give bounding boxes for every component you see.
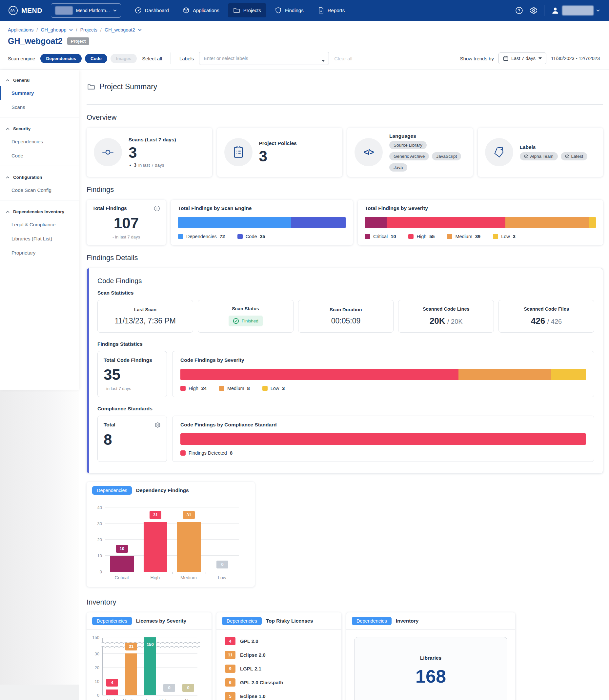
clear-all-button[interactable]: Clear all: [334, 56, 352, 61]
dropdown-caret-icon[interactable]: [321, 57, 325, 63]
trend-up-icon: ▲: [128, 163, 132, 167]
chevron-down-icon: [69, 29, 73, 31]
card-title: Top Risky Licenses: [266, 618, 313, 624]
sidebar-item-code-scan-config[interactable]: Code Scan Config: [0, 183, 79, 197]
legend-dependencies: Dependencies72: [178, 234, 225, 239]
risky-license-row-eclipse-2-0: 11Eclipse 2.0: [225, 651, 333, 659]
chevron-down-icon[interactable]: [69, 29, 73, 31]
gear-icon[interactable]: [155, 422, 161, 428]
nav-item-applications[interactable]: Applications: [177, 3, 225, 17]
license-name: GPL 2.0: [240, 638, 258, 644]
chip-source-library: Source Library: [389, 141, 427, 149]
nav-item-reports[interactable]: Reports: [312, 3, 350, 17]
help-icon[interactable]: [515, 6, 523, 14]
severity-legend: Critical10High55Medium39Low3: [365, 234, 596, 239]
sidebar-item-proprietary[interactable]: Proprietary: [0, 246, 79, 260]
package-icon: [524, 154, 528, 158]
x-axis-label-unknown: Unknown: [159, 698, 178, 700]
bar-value-label: 0: [163, 684, 175, 692]
breadcrumb-link-projects[interactable]: Projects: [80, 27, 97, 33]
card-title: Labels: [520, 144, 588, 150]
total-code-findings-card: Total Code Findings 35 - in last 7 days: [98, 351, 167, 397]
trends-range-select[interactable]: Last 7 days: [499, 52, 546, 64]
bar-value-label: 0: [182, 684, 194, 692]
org-selector[interactable]: Mend Platform...: [51, 3, 121, 18]
legend-low: Low3: [262, 386, 285, 391]
check-circle-icon: [233, 318, 239, 324]
sidebar-item-legal-compliance[interactable]: Legal & Compliance: [0, 218, 79, 232]
x-axis-label-medium: Medium: [121, 698, 140, 700]
engine-stacked-bar: [178, 217, 346, 228]
license-count-badge: 4: [225, 637, 236, 645]
licenses-by-severity-card: Dependencies Licenses by Severity 010203…: [87, 612, 211, 700]
total-code-findings-sub: - in last 7 days: [104, 386, 161, 391]
scanned-files-card: Scanned Code Files 426 / 426: [499, 300, 594, 332]
dashboard-icon: [135, 7, 142, 14]
user-name: [562, 5, 594, 15]
x-axis-label-no-license: No License: [178, 698, 197, 700]
licenses-header: Dependencies Licenses by Severity: [87, 612, 211, 630]
scan-engine-pills: DependenciesCodeImages: [40, 54, 137, 63]
scan-status-card: Scan Status Finished: [198, 300, 294, 332]
sidebar-section-security[interactable]: Security: [0, 120, 79, 135]
legend-swatch: [219, 386, 224, 391]
sidebar-section-dependencies-inventory[interactable]: Dependencies Inventory: [0, 203, 79, 218]
status-badge: Finished: [229, 315, 263, 326]
nav-item-projects[interactable]: Projects: [228, 3, 266, 17]
engine-legend: Dependencies72Code35: [178, 234, 346, 239]
breadcrumb-link-gh-gheapp[interactable]: GH_gheapp: [41, 27, 66, 33]
inventory-header: Dependencies Inventory: [346, 612, 515, 630]
code-findings-title: Code Findings: [98, 277, 594, 285]
sidebar-section-general[interactable]: General: [0, 72, 79, 86]
risky-licenses-list: 4GPL 2.011Eclipse 2.09LGPL 2.16GPL 2.0 C…: [216, 630, 342, 700]
mend-logo[interactable]: MEND: [8, 5, 42, 16]
nav-item-findings[interactable]: Findings: [269, 3, 309, 17]
user-menu[interactable]: [551, 5, 600, 15]
brand-text: MEND: [21, 6, 42, 14]
card-title: Total Findings: [92, 205, 127, 211]
inventory-heading: Inventory: [87, 598, 603, 607]
sidebar-section-configuration[interactable]: Configuration: [0, 169, 79, 183]
sidebar-item-dependencies[interactable]: Dependencies: [0, 135, 79, 149]
chevron-down-icon[interactable]: [138, 29, 142, 31]
license-count-badge: 5: [225, 692, 236, 700]
gear-icon[interactable]: [529, 6, 538, 14]
card-title: Project Policies: [259, 140, 297, 146]
nav-item-dashboard[interactable]: Dashboard: [129, 3, 174, 17]
chip-javascript: JavaScript: [432, 152, 461, 160]
license-name: Eclipse 1.0: [240, 694, 266, 699]
findings-by-engine-card: Total Findings by Scan Engine Dependenci…: [171, 200, 353, 245]
sidebar-item-summary[interactable]: Summary: [0, 86, 79, 100]
scan-engine-pill-dependencies[interactable]: Dependencies: [40, 54, 82, 63]
breadcrumb-link-gh-webgoat2[interactable]: GH_webgoat2: [105, 27, 135, 33]
nav-right: [515, 5, 600, 16]
code-severity-stacked-bar: [180, 369, 586, 380]
legend-code: Code35: [238, 234, 265, 239]
chip-latest: Latest: [561, 152, 588, 160]
scanned-files-value: 426 / 426: [531, 316, 562, 326]
compliance-row: Total 8 Code Findings by Compliance Stan…: [98, 415, 594, 462]
card-title: Languages: [389, 133, 466, 139]
scan-engine-pill-code[interactable]: Code: [85, 54, 107, 63]
breadcrumb-link-applications[interactable]: Applications: [8, 27, 33, 33]
chip-alpha-team: Alpha Team: [520, 152, 558, 160]
sidebar-item-scans[interactable]: Scans: [0, 100, 79, 114]
sidebar-item-libraries-flat-list[interactable]: Libraries (Flat List): [0, 232, 79, 246]
card-title: Inventory: [396, 618, 419, 624]
select-all-button[interactable]: Select all: [142, 56, 162, 61]
sidebar-item-code[interactable]: Code: [0, 149, 79, 163]
license-name: LGPL 2.1: [240, 666, 261, 671]
x-axis-label-low: Low: [140, 698, 159, 700]
dependencies-chip: Dependencies: [92, 486, 132, 495]
bar-segment-medium: [505, 217, 590, 228]
findings-heading: Findings: [87, 185, 603, 194]
trends-controls: Show trends by Last 7 days 11/30/2023 - …: [460, 52, 600, 64]
x-axis-label-medium: Medium: [172, 575, 205, 581]
filter-divider: [171, 52, 171, 64]
libraries-count: 168: [416, 666, 446, 687]
info-icon[interactable]: [154, 205, 160, 211]
legend-swatch: [178, 234, 183, 239]
card-title: Scans (Last 7 days): [128, 137, 176, 143]
total-code-findings-value: 35: [104, 366, 161, 383]
labels-input[interactable]: [199, 52, 329, 65]
